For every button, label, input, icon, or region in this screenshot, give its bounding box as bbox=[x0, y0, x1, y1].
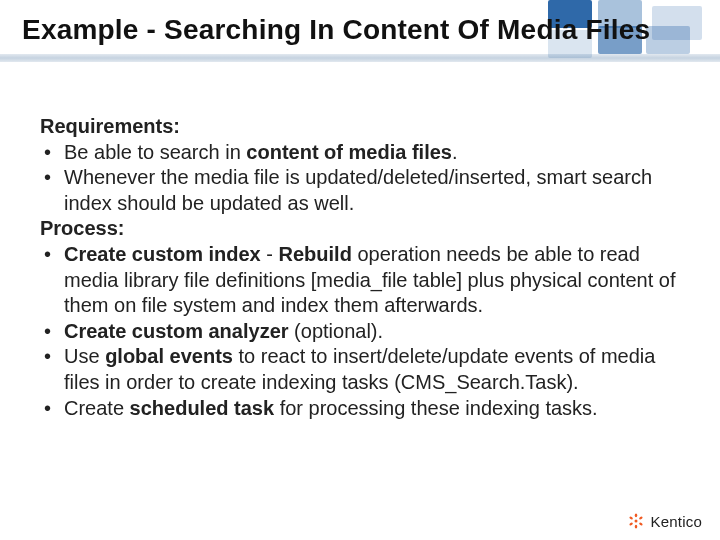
process-label: Process: bbox=[40, 216, 680, 242]
requirements-label: Requirements: bbox=[40, 114, 680, 140]
text: Use bbox=[64, 345, 105, 367]
svg-point-3 bbox=[638, 522, 642, 526]
text-bold: Create custom analyzer bbox=[64, 320, 289, 342]
svg-point-5 bbox=[628, 522, 632, 526]
text: . bbox=[452, 141, 458, 163]
svg-point-6 bbox=[628, 516, 632, 520]
text-bold: scheduled task bbox=[130, 397, 275, 419]
slide-body: Requirements: Be able to search in conte… bbox=[40, 114, 680, 421]
text-bold: Create custom index bbox=[64, 243, 261, 265]
kentico-icon bbox=[627, 512, 645, 530]
title-underline bbox=[0, 54, 720, 62]
text-bold: Rebuild bbox=[279, 243, 352, 265]
process-list: Create custom index - Rebuild operation … bbox=[40, 242, 680, 421]
text: Whenever the media file is updated/delet… bbox=[64, 166, 652, 214]
text: for processing these indexing tasks. bbox=[274, 397, 598, 419]
requirements-list: Be able to search in content of media fi… bbox=[40, 140, 680, 217]
list-item: Create custom analyzer (optional). bbox=[40, 319, 680, 345]
list-item: Use global events to react to insert/del… bbox=[40, 344, 680, 395]
svg-point-4 bbox=[634, 525, 637, 529]
list-item: Create custom index - Rebuild operation … bbox=[40, 242, 680, 319]
list-item: Be able to search in content of media fi… bbox=[40, 140, 680, 166]
list-item: Create scheduled task for processing the… bbox=[40, 396, 680, 422]
brand-name: Kentico bbox=[651, 513, 702, 530]
text: (optional). bbox=[289, 320, 384, 342]
list-item: Whenever the media file is updated/delet… bbox=[40, 165, 680, 216]
svg-point-2 bbox=[638, 516, 642, 520]
slide-title: Example - Searching In Content Of Media … bbox=[22, 14, 650, 46]
text: Be able to search in bbox=[64, 141, 246, 163]
text-bold: content of media files bbox=[246, 141, 452, 163]
text-bold: global events bbox=[105, 345, 233, 367]
text: Create bbox=[64, 397, 130, 419]
text: - bbox=[261, 243, 279, 265]
brand-logo: Kentico bbox=[627, 512, 702, 530]
svg-point-1 bbox=[634, 514, 637, 518]
svg-point-0 bbox=[634, 520, 637, 523]
